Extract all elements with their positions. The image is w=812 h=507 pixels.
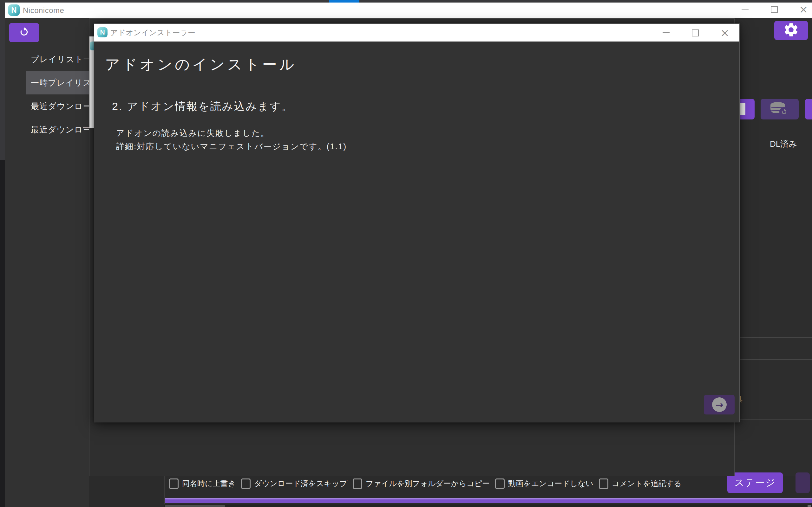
dialog-title: アドオンインストーラー — [110, 24, 195, 42]
horizontal-scrollbar-thumb[interactable] — [165, 505, 225, 507]
checkbox-icon[interactable] — [241, 478, 251, 489]
sidebar-item-recent-downloads-1[interactable]: 最近ダウンロー — [26, 95, 89, 118]
checkbox-icon[interactable] — [169, 478, 179, 489]
disabled-square-button[interactable] — [796, 472, 810, 493]
background-window-blue-titlebar — [329, 0, 359, 3]
horizontal-scrollbar[interactable] — [164, 504, 812, 507]
checkbox-icon[interactable] — [353, 478, 362, 489]
download-options-row: 同名時に上書き ダウンロード済をスキップ ファイルを別フォルダーからコピー 動画… — [169, 476, 681, 491]
sidebar-item-recent-downloads-2[interactable]: 最近ダウンロー — [26, 118, 89, 141]
sidebar-item-temporary-playlist[interactable]: 一時プレイリス — [26, 71, 89, 95]
refresh-icon — [19, 26, 30, 39]
sidebar-item-label: プレイリスト一 — [31, 54, 89, 65]
list-separator — [740, 419, 812, 419]
edge-clipped-action-button[interactable] — [805, 99, 812, 119]
dl-done-label: DL済み — [768, 139, 799, 149]
sidebar-item-label: 最近ダウンロー — [31, 101, 89, 112]
main-window-title: Niconicome — [23, 3, 64, 18]
checkbox-copy-from-folder[interactable]: ファイルを別フォルダーからコピー — [353, 478, 490, 489]
background-left-strip-dark — [0, 160, 5, 507]
dialog-maximize-icon[interactable] — [692, 30, 699, 37]
main-close-icon[interactable]: × — [799, 4, 808, 14]
dialog-error-detail: 詳細:対応していないマニフェストバージョンです。(1.1) — [116, 141, 347, 152]
main-titlebar — [5, 3, 812, 18]
dialog-heading: アドオンのインストール — [105, 55, 297, 74]
stage-button[interactable]: ステージ — [727, 472, 783, 493]
screen: N Niconicome × プレイリスト一 一時プレイリス 最近ダウンロー 最… — [0, 0, 812, 507]
background-white-window-sliver — [90, 37, 94, 128]
main-minimize-icon[interactable] — [742, 9, 749, 9]
progress-bar — [165, 498, 812, 503]
niconicome-logo-icon: N — [97, 27, 107, 38]
checkbox-skip-downloaded[interactable]: ダウンロード済をスキップ — [241, 478, 347, 489]
dialog-error-message: アドオンの読み込みに失敗しました。 — [116, 128, 269, 139]
background-window-strip — [0, 0, 812, 3]
checkbox-label: コメントを追記する — [612, 478, 681, 489]
dialog-close-icon[interactable]: × — [720, 27, 729, 38]
addon-installer-dialog: N アドオンインストーラー × アドオンのインストール 2. アドオン情報を読み… — [94, 23, 740, 422]
checkbox-icon[interactable] — [599, 478, 608, 489]
dialog-minimize-icon[interactable] — [663, 32, 670, 33]
background-left-strip — [0, 3, 5, 160]
checkbox-label: 同名時に上書き — [182, 478, 236, 489]
clipped-text-fragment: 具 く — [740, 395, 745, 412]
gear-icon — [783, 21, 799, 39]
database-sync-icon — [770, 102, 789, 117]
sidebar-item-label: 一時プレイリス — [31, 77, 89, 89]
checkbox-label: ファイルを別フォルダーからコピー — [366, 478, 490, 489]
arrow-right-icon: → — [712, 397, 727, 412]
bottom-bar-divider — [164, 476, 165, 504]
scrollbar-end-mark — [808, 505, 811, 507]
dialog-step-label: 2. アドオン情報を読み込みます。 — [112, 99, 293, 114]
main-maximize-icon[interactable] — [771, 6, 778, 13]
list-separator — [740, 337, 812, 338]
sidebar-item-label: 最近ダウンロー — [31, 124, 89, 135]
checkbox-overwrite-same-name[interactable]: 同名時に上書き — [169, 478, 236, 489]
sidebar-item-playlists[interactable]: プレイリスト一 — [26, 48, 89, 71]
list-separator — [740, 359, 812, 360]
next-step-button[interactable]: → — [704, 395, 734, 414]
refresh-playlists-button[interactable] — [9, 23, 39, 42]
checkbox-icon[interactable] — [495, 478, 505, 489]
checkbox-label: ダウンロード済をスキップ — [254, 478, 347, 489]
database-sync-button[interactable] — [761, 99, 799, 119]
checkbox-no-encode[interactable]: 動画をエンコードしない — [495, 478, 594, 489]
checkbox-label: 動画をエンコードしない — [508, 478, 594, 489]
video-list-right-region — [734, 18, 812, 476]
niconicome-logo-icon: N — [8, 4, 20, 16]
settings-button[interactable] — [774, 21, 808, 40]
checkbox-append-comments[interactable]: コメントを追記する — [599, 478, 681, 489]
